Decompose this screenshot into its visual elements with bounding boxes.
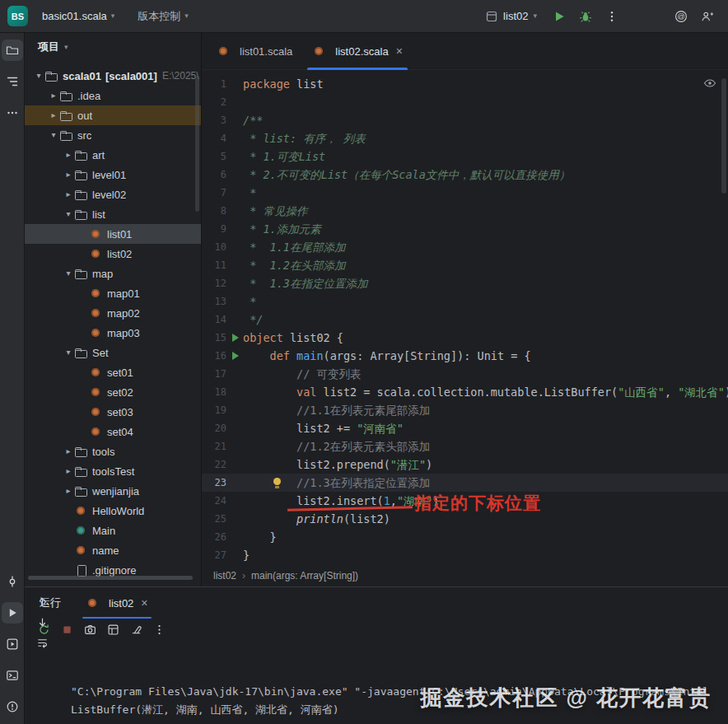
code-line-21[interactable]: 21 //1.2在列表元素头部添加 (202, 437, 728, 455)
code-line-22[interactable]: 22 list2.prepend("潜江") (202, 455, 728, 474)
code-line-16[interactable]: 16 def main(args: Array[String]): Unit =… (202, 347, 728, 365)
chevron-down-icon[interactable]: ▾ (63, 348, 74, 357)
chevron-right-icon[interactable]: ▸ (48, 111, 59, 119)
restore-layout-button[interactable] (107, 624, 119, 636)
editor-scrollbar[interactable] (721, 78, 726, 194)
line-number[interactable]: 17 (202, 365, 226, 383)
tree-item-src[interactable]: ▾src (25, 125, 201, 145)
project-panel-header[interactable]: 项目 ▾ (25, 33, 201, 61)
code-line-6[interactable]: 6 * 2.不可变的List（在每个Scala文件中，默认可以直接使用） (202, 166, 728, 184)
line-number[interactable]: 11 (202, 256, 226, 274)
tree-item-map[interactable]: ▾map (25, 264, 201, 283)
chevron-right-icon[interactable]: ▸ (63, 447, 74, 455)
tree-item-set04[interactable]: set04 (25, 422, 201, 441)
line-number[interactable]: 4 (202, 129, 226, 147)
run-config-selector[interactable]: list02 ▾ (478, 7, 544, 26)
code-line-3[interactable]: 3/** (202, 111, 728, 129)
app-logo[interactable]: BS (7, 6, 28, 26)
code-line-15[interactable]: 15object list02 { (202, 329, 728, 347)
close-icon[interactable]: × (396, 44, 403, 58)
line-number[interactable]: 2 (202, 93, 226, 111)
tree-item-set03[interactable]: set03 (25, 402, 201, 422)
chevron-right-icon[interactable]: ▸ (48, 91, 59, 100)
line-number[interactable]: 3 (202, 111, 226, 129)
line-number[interactable]: 20 (202, 419, 226, 437)
line-number[interactable]: 18 (202, 383, 226, 401)
line-number[interactable]: 16 (202, 347, 226, 365)
chevron-down-icon[interactable]: ▾ (63, 210, 74, 218)
code-line-23[interactable]: 23 //1.3在列表指定位置添加 (202, 474, 728, 492)
tree-item-out[interactable]: ▸out (25, 105, 201, 125)
tree-item-map03[interactable]: map03 (25, 323, 201, 343)
problems-tool-button[interactable] (2, 696, 23, 717)
line-number[interactable]: 25 (202, 510, 226, 528)
tree-item-level02[interactable]: ▸level02 (25, 185, 201, 204)
line-number[interactable]: 12 (202, 274, 226, 292)
tree-item-set02[interactable]: set02 (25, 382, 201, 402)
line-number[interactable]: 19 (202, 401, 226, 419)
code-line-4[interactable]: 4 * list: 有序， 列表 (202, 129, 728, 147)
code-line-27[interactable]: 27} (202, 546, 728, 564)
code-line-13[interactable]: 13 * (202, 292, 728, 311)
line-number[interactable]: 26 (202, 528, 226, 546)
code-area[interactable]: 1package list23/**4 * list: 有序， 列表5 * 1.… (202, 70, 728, 564)
code-line-17[interactable]: 17 // 可变列表 (202, 365, 728, 383)
eye-icon[interactable] (703, 77, 716, 90)
line-number[interactable]: 27 (202, 546, 226, 564)
code-line-14[interactable]: 14 */ (202, 311, 728, 329)
code-line-5[interactable]: 5 * 1.可变List (202, 147, 728, 166)
tree-item-scala01[interactable]: ▾scala01[scala001]E:\2025\ (25, 66, 201, 86)
terminal-tool-button[interactable] (2, 665, 23, 686)
vcs-widget[interactable]: 版本控制 ▾ (131, 5, 195, 28)
code-line-8[interactable]: 8 * 常见操作 (202, 202, 728, 220)
thread-dump-button[interactable] (84, 624, 96, 636)
tree-item-wenjianjia[interactable]: ▸wenjianjia (25, 481, 201, 501)
chevron-right-icon[interactable]: ▸ (63, 170, 74, 179)
code-line-24[interactable]: 24 list2.insert(1,"湖南")指定的下标位置 (202, 492, 728, 510)
stop-button[interactable] (61, 624, 73, 636)
editor-tab-list02-scala[interactable]: list02.scala× (302, 33, 413, 69)
breadcrumb-item[interactable]: list02 (213, 570, 236, 582)
code-with-me-button[interactable] (697, 6, 718, 27)
code-line-10[interactable]: 10 * 1.1在尾部添加 (202, 238, 728, 256)
code-line-11[interactable]: 11 * 1.2在头部添加 (202, 256, 728, 274)
kebab-button[interactable] (153, 624, 166, 636)
line-number[interactable]: 22 (202, 455, 226, 474)
code-line-20[interactable]: 20 list2 += "河南省" (202, 419, 728, 437)
tree-item-main[interactable]: Main (25, 521, 201, 540)
chevron-down-icon[interactable]: ▾ (63, 269, 74, 278)
chevron-down-icon[interactable]: ▾ (33, 72, 44, 80)
tree-item-map01[interactable]: map01 (25, 283, 201, 303)
commit-tool-button[interactable] (2, 571, 23, 592)
line-number[interactable]: 13 (202, 292, 226, 311)
structure-tool-button[interactable] (2, 71, 23, 92)
line-number[interactable]: 21 (202, 437, 226, 455)
tree-item-name[interactable]: name (25, 540, 201, 560)
code-line-19[interactable]: 19 //1.1在列表元素尾部添加 (202, 401, 728, 419)
more-actions-button[interactable] (601, 6, 623, 27)
tree-item-helloworld[interactable]: HelloWorld (25, 501, 201, 521)
code-line-26[interactable]: 26 } (202, 528, 728, 546)
editor-tab-list01-scala[interactable]: list01.scala (207, 33, 302, 69)
line-number[interactable]: 8 (202, 202, 226, 220)
project-scrollbar-vertical[interactable] (195, 76, 199, 212)
tree-item-level01[interactable]: ▸level01 (25, 165, 201, 185)
breadcrumb-item[interactable]: main(args: Array[String]) (251, 570, 358, 582)
chevron-right-icon[interactable]: ▸ (63, 190, 74, 199)
run-tool-tool-button[interactable] (2, 602, 23, 624)
run-button[interactable] (548, 6, 570, 27)
tree-item-art[interactable]: ▸art (25, 145, 201, 165)
chevron-right-icon[interactable]: ▸ (63, 487, 74, 495)
project-scrollbar-horizontal[interactable] (28, 576, 193, 580)
intention-bulb-icon[interactable] (273, 478, 282, 488)
line-number[interactable]: 10 (202, 238, 226, 256)
tree-item-map02[interactable]: map02 (25, 303, 201, 323)
close-icon[interactable]: × (141, 596, 147, 610)
tree-item-list[interactable]: ▾list (25, 204, 201, 224)
run-gutter-icon[interactable] (230, 329, 243, 347)
line-number[interactable]: 24 (202, 492, 226, 510)
tree-item-tools[interactable]: ▸tools (25, 441, 201, 461)
chevron-right-icon[interactable]: ▸ (63, 467, 74, 475)
clear-button[interactable] (130, 624, 142, 636)
code-line-12[interactable]: 12 * 1.3在指定位置添加 (202, 274, 728, 292)
